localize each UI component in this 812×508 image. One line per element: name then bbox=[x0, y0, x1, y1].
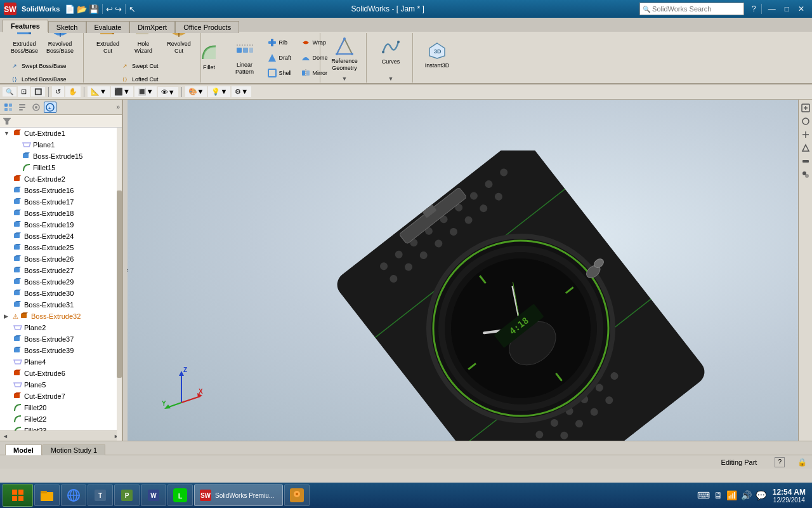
appearance-btn[interactable]: 🎨▼ bbox=[185, 86, 207, 97]
rotate-btn[interactable]: ↺ bbox=[52, 86, 64, 97]
curves-button[interactable]: Curves bbox=[374, 34, 407, 74]
tab-sketch[interactable]: Sketch bbox=[48, 21, 86, 33]
systray-screen-icon[interactable]: 🖥 bbox=[714, 490, 723, 500]
tree-item-boss-extrude15[interactable]: Boss-Extrude15 bbox=[0, 150, 122, 162]
systray-keyboard-icon[interactable]: ⌨ bbox=[697, 490, 710, 500]
sidebar-btn-1[interactable] bbox=[800, 102, 811, 114]
taskbar-app3[interactable]: T bbox=[88, 485, 113, 506]
tab-features[interactable]: Features bbox=[3, 20, 48, 32]
search-input[interactable] bbox=[652, 5, 741, 13]
feature-manager-btn[interactable] bbox=[2, 102, 15, 113]
tree-item-cut-extrude1[interactable]: ▼ Cut-Extrude1 bbox=[0, 128, 122, 139]
tab-office[interactable]: Office Products bbox=[175, 21, 239, 33]
extruded-boss-button[interactable]: ExtrudedBoss/Base bbox=[8, 32, 41, 57]
view-orient-btn[interactable]: 📐▼ bbox=[88, 86, 110, 97]
close-btn[interactable]: ✕ bbox=[794, 3, 808, 15]
taskbar-file-explorer[interactable] bbox=[34, 485, 60, 506]
tree-item-boss-extrude31[interactable]: Boss-Extrude31 bbox=[0, 299, 122, 311]
tree-scrollbar[interactable] bbox=[117, 128, 122, 441]
tree-item-cut-extrude2[interactable]: Cut-Extrude2 bbox=[0, 173, 122, 185]
save-btn[interactable]: 💾 bbox=[89, 4, 99, 14]
reference-geometry-button[interactable]: ReferenceGeometry bbox=[328, 33, 361, 75]
pan-btn[interactable]: ✋ bbox=[65, 86, 81, 97]
taskbar-solidworks[interactable]: SW SolidWorks Premiu... bbox=[194, 485, 283, 506]
scroll-left-btn[interactable]: ◄ bbox=[3, 433, 8, 439]
start-button[interactable] bbox=[3, 484, 33, 507]
taskbar-app5[interactable]: W bbox=[141, 485, 166, 506]
expand-panel-btn[interactable]: » bbox=[116, 104, 120, 110]
open-btn[interactable]: 📂 bbox=[77, 4, 87, 14]
tree-item-cut-extrude6[interactable]: Cut-Extrude6 bbox=[0, 368, 122, 379]
curves-dropdown-arrow[interactable]: ▼ bbox=[388, 76, 394, 82]
view-settings-btn[interactable]: ⚙▼ bbox=[232, 86, 251, 97]
swept-boss-button[interactable]: ↗ Swept Boss/Base bbox=[6, 60, 78, 72]
tree-item-boss-extrude16[interactable]: Boss-Extrude16 bbox=[0, 185, 122, 196]
tree-item-boss-extrude39[interactable]: Boss-Extrude39 bbox=[0, 345, 122, 356]
tree-item-plane2[interactable]: Plane2 bbox=[0, 322, 122, 333]
lofted-boss-button[interactable]: ⟨⟩ Lofted Boss/Base bbox=[6, 73, 78, 83]
sidebar-btn-3[interactable] bbox=[800, 129, 811, 140]
minimize-btn[interactable]: — bbox=[764, 3, 780, 15]
tree-item-fillet23[interactable]: Fillet23 bbox=[0, 425, 122, 431]
help-btn[interactable]: ? bbox=[749, 3, 759, 15]
revolved-cut-button[interactable]: RevolvedCut bbox=[162, 32, 195, 57]
lofted-cut-button[interactable]: ⟨⟩ Lofted Cut bbox=[117, 73, 170, 83]
zoom-to-fit-btn[interactable]: ⊡ bbox=[18, 86, 30, 97]
zoom-to-area-btn[interactable]: 🔲 bbox=[31, 87, 45, 97]
tree-item-boss-extrude37[interactable]: Boss-Extrude37 bbox=[0, 333, 122, 345]
tab-model[interactable]: Model bbox=[5, 444, 42, 455]
draft-button[interactable]: Draft bbox=[264, 51, 295, 64]
tree-item-boss-extrude30[interactable]: Boss-Extrude30 bbox=[0, 288, 122, 299]
dim-xpert-btn[interactable]: + bbox=[44, 102, 56, 113]
panel-resize-handle[interactable]: ‥‥ bbox=[122, 100, 128, 441]
swept-cut-button[interactable]: ↗ Swept Cut bbox=[117, 60, 170, 72]
tree-item-boss-extrude17[interactable]: Boss-Extrude17 bbox=[0, 196, 122, 208]
feature-tree[interactable]: ▼ Cut-Extrude1 Plane1 bbox=[0, 128, 122, 431]
taskbar-paint[interactable] bbox=[284, 485, 310, 506]
sidebar-btn-6[interactable] bbox=[800, 169, 811, 180]
undo-btn[interactable]: ↩ bbox=[106, 4, 113, 14]
sidebar-btn-2[interactable] bbox=[800, 116, 811, 127]
status-help-btn[interactable]: ? bbox=[775, 457, 785, 467]
section-view-btn[interactable]: ⬛▼ bbox=[111, 86, 133, 97]
property-manager-btn[interactable] bbox=[16, 102, 29, 113]
tree-item-plane5[interactable]: Plane5 bbox=[0, 379, 122, 391]
viewport[interactable]: 4:18 Z bbox=[128, 100, 812, 441]
systray-sound-icon[interactable]: 🔊 bbox=[741, 490, 752, 500]
instant3d-button[interactable]: 3D Instant3D bbox=[421, 37, 454, 78]
systray-network-icon[interactable]: 📶 bbox=[726, 490, 737, 500]
systray-message-icon[interactable]: 💬 bbox=[756, 490, 766, 500]
scene-btn[interactable]: 💡▼ bbox=[208, 86, 230, 97]
config-manager-btn[interactable] bbox=[30, 102, 43, 113]
search-bar[interactable]: 🔍 bbox=[639, 3, 744, 15]
zoom-in-btn[interactable]: 🔍 bbox=[3, 87, 16, 97]
tree-item-fillet20[interactable]: Fillet20 bbox=[0, 402, 122, 413]
tree-item-cut-extrude7[interactable]: Cut-Extrude7 bbox=[0, 391, 122, 402]
hole-wizard-button[interactable]: W HoleWizard bbox=[127, 32, 160, 57]
maximize-btn[interactable]: □ bbox=[781, 3, 793, 15]
select-btn[interactable]: ↖ bbox=[129, 4, 136, 14]
rib-button[interactable]: Rib bbox=[264, 36, 295, 49]
tree-item-boss-extrude26[interactable]: Boss-Extrude26 bbox=[0, 253, 122, 265]
fillet-button[interactable]: Fillet bbox=[193, 39, 226, 76]
tree-item-fillet15[interactable]: Fillet15 bbox=[0, 162, 122, 173]
tree-item-boss-extrude24[interactable]: Boss-Extrude24 bbox=[0, 231, 122, 242]
tree-item-plane1[interactable]: Plane1 bbox=[0, 139, 122, 150]
tree-item-boss-extrude25[interactable]: Boss-Extrude25 bbox=[0, 242, 122, 253]
hide-show-btn[interactable]: 👁▼ bbox=[158, 87, 178, 97]
taskbar-app4[interactable]: P bbox=[114, 485, 140, 506]
tree-item-boss-extrude32[interactable]: ▶ ⚠ Boss-Extrude32 bbox=[0, 311, 122, 322]
sidebar-btn-4[interactable] bbox=[800, 142, 811, 154]
tree-item-boss-extrude29[interactable]: Boss-Extrude29 bbox=[0, 276, 122, 288]
sidebar-btn-5[interactable] bbox=[800, 156, 811, 167]
tree-item-boss-extrude27[interactable]: Boss-Extrude27 bbox=[0, 265, 122, 276]
revolved-boss-button[interactable]: RevolvedBoss/Base bbox=[44, 32, 77, 57]
taskbar-browser[interactable] bbox=[61, 485, 86, 506]
tree-item-boss-extrude19[interactable]: Boss-Extrude19 bbox=[0, 219, 122, 231]
extruded-cut-button[interactable]: ExtrudedCut bbox=[91, 32, 124, 57]
tree-item-boss-extrude18[interactable]: Boss-Extrude18 bbox=[0, 208, 122, 219]
new-btn[interactable]: 📄 bbox=[65, 4, 75, 14]
taskbar-line-app[interactable]: L bbox=[167, 485, 193, 506]
linear-pattern-button[interactable]: LinearPattern bbox=[228, 37, 261, 79]
tab-evaluate[interactable]: Evaluate bbox=[86, 21, 130, 33]
